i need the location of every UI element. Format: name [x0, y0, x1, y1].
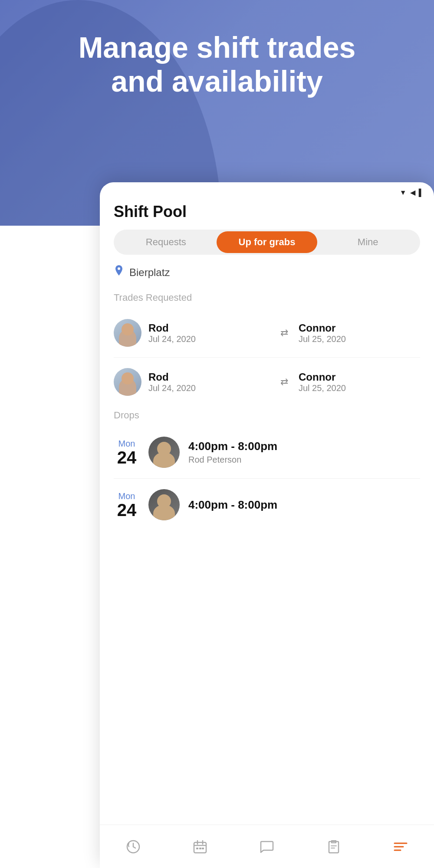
nav-item-tasks[interactable]: [317, 835, 350, 859]
nav-item-calendar[interactable]: [184, 835, 217, 859]
tasks-icon: [326, 839, 342, 855]
avatar: [114, 368, 141, 396]
phone-card: ▼ ◀ ▌ Shift Pool Requests Up for grabs M…: [100, 182, 434, 868]
trades-section-title: Trades Requested: [100, 292, 434, 312]
menu-icon: [393, 839, 408, 855]
tabs-container: Requests Up for grabs Mine: [114, 230, 420, 255]
left-person-date: Jul 24, 2020: [148, 383, 270, 393]
chat-icon: [259, 839, 275, 855]
svg-rect-4: [202, 848, 204, 849]
left-person-name: Rod: [148, 322, 270, 334]
svg-rect-3: [199, 848, 201, 849]
drop-date: Mon 24: [114, 439, 140, 466]
nav-item-menu[interactable]: [384, 835, 417, 859]
drop-day-num: 24: [117, 501, 137, 519]
nav-item-schedule[interactable]: [117, 835, 150, 859]
location-name: Bierplatz: [129, 266, 170, 279]
divider: [114, 478, 420, 479]
drop-item: Mon 24 4:00pm - 8:00pm Rod Peterson: [100, 430, 434, 475]
right-person-date: Jul 25, 2020: [299, 334, 420, 344]
page-header: Shift Pool: [100, 198, 434, 230]
calendar-icon: [192, 839, 208, 855]
location-icon: [114, 265, 124, 280]
drop-day-label: Mon: [118, 439, 135, 449]
nav-item-chat[interactable]: [250, 835, 283, 859]
right-person-name: Connor: [299, 371, 420, 383]
status-bar: ▼ ◀ ▌: [100, 182, 434, 198]
right-person-info: Connor Jul 25, 2020: [299, 371, 420, 393]
drop-day-label: Mon: [118, 491, 135, 501]
left-person-info: Rod Jul 24, 2020: [148, 371, 270, 393]
drop-day-num: 24: [117, 449, 137, 466]
bottom-nav: [100, 825, 434, 868]
right-person-name: Connor: [299, 322, 420, 334]
right-person-date: Jul 25, 2020: [299, 383, 420, 393]
drop-avatar: [148, 489, 180, 520]
drop-info: 4:00pm - 8:00pm: [188, 498, 420, 512]
left-person-name: Rod: [148, 371, 270, 383]
tab-up-for-grabs[interactable]: Up for grabs: [217, 231, 318, 253]
signal-icon: ◀: [410, 188, 415, 197]
wifi-icon: ▼: [400, 189, 407, 197]
tab-requests[interactable]: Requests: [115, 231, 217, 253]
drop-time: 4:00pm - 8:00pm: [188, 440, 420, 453]
right-person-info: Connor Jul 25, 2020: [299, 322, 420, 344]
trade-item: Rod Jul 24, 2020 ⇄ Connor Jul 25, 2020: [100, 312, 434, 354]
left-person-date: Jul 24, 2020: [148, 334, 270, 344]
location-row: Bierplatz: [100, 265, 434, 292]
svg-rect-2: [196, 848, 198, 849]
drop-date: Mon 24: [114, 491, 140, 519]
left-person-info: Rod Jul 24, 2020: [148, 322, 270, 344]
drop-time: 4:00pm - 8:00pm: [188, 498, 420, 512]
drop-info: 4:00pm - 8:00pm Rod Peterson: [188, 440, 420, 465]
drop-person: Rod Peterson: [188, 455, 420, 465]
trade-arrow-icon: ⇄: [277, 376, 292, 388]
drop-item-partial: Mon 24 4:00pm - 8:00pm: [100, 482, 434, 527]
schedule-icon: [125, 839, 141, 855]
drops-section-title: Drops: [100, 403, 434, 430]
avatar: [114, 319, 141, 347]
trade-item: Rod Jul 24, 2020 ⇄ Connor Jul 25, 2020: [100, 361, 434, 403]
page-title: Shift Pool: [114, 203, 420, 221]
hero-title: Manage shift trades and availability: [0, 30, 434, 98]
drop-avatar: [148, 437, 180, 468]
trade-arrow-icon: ⇄: [277, 327, 292, 339]
tab-mine[interactable]: Mine: [317, 231, 418, 253]
battery-icon: ▌: [419, 189, 424, 197]
divider: [114, 357, 420, 358]
